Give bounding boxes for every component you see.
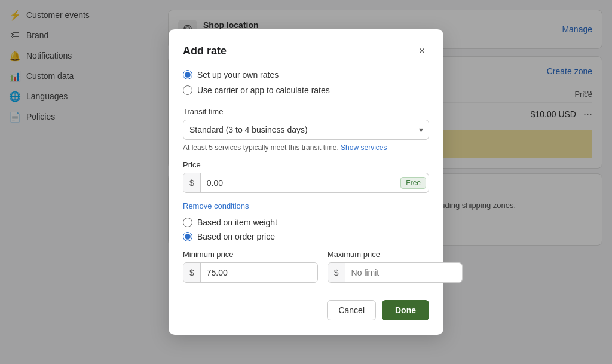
modal-overlay: Add rate × Set up your own rates Use car… <box>0 0 612 364</box>
price-input[interactable] <box>201 173 399 192</box>
modal-title: Add rate <box>183 45 227 57</box>
price-currency-symbol: $ <box>183 173 201 192</box>
radio-own-rates-label: Set up your own rates <box>197 70 279 79</box>
radio-carrier-label: Use carrier or app to calculate rates <box>197 85 330 95</box>
rate-type-radio-group: Set up your own rates Use carrier or app… <box>183 70 429 95</box>
done-button[interactable]: Done <box>382 300 429 320</box>
radio-item-weight[interactable]: Based on item weight <box>183 218 429 227</box>
price-field-label: Price <box>183 160 429 169</box>
max-price-label: Maximum price <box>328 250 463 259</box>
radio-order-price[interactable]: Based on order price <box>183 232 429 241</box>
min-price-label: Minimum price <box>183 250 318 259</box>
radio-order-price-label: Based on order price <box>197 232 275 241</box>
modal-header: Add rate × <box>183 44 429 58</box>
transit-time-select[interactable]: Standard (3 to 4 business days) Economy … <box>183 120 429 140</box>
transit-time-field: Transit time Standard (3 to 4 business d… <box>183 107 429 152</box>
transit-time-label: Transit time <box>183 107 429 116</box>
transit-time-hint: At least 5 services typically meet this … <box>183 143 429 152</box>
transit-time-select-wrapper: Standard (3 to 4 business days) Economy … <box>183 120 429 140</box>
radio-option-own-rates[interactable]: Set up your own rates <box>183 70 429 79</box>
price-field: Price $ Free <box>183 160 429 193</box>
cancel-button[interactable]: Cancel <box>327 300 376 320</box>
max-price-field: Maximum price $ <box>328 250 463 283</box>
max-price-input-wrapper: $ <box>328 262 463 283</box>
free-badge: Free <box>400 177 426 189</box>
add-rate-modal: Add rate × Set up your own rates Use car… <box>169 29 443 335</box>
show-services-link[interactable]: Show services <box>341 143 387 152</box>
page-layout: ⚡ Customer events 🏷 Brand 🔔 Notification… <box>0 0 612 364</box>
radio-own-rates[interactable] <box>183 70 192 79</box>
radio-item-weight-label: Based on item weight <box>197 218 277 227</box>
modal-close-button[interactable]: × <box>415 44 429 58</box>
price-input-wrapper: $ Free <box>183 173 429 193</box>
radio-carrier[interactable] <box>183 85 192 95</box>
min-price-input[interactable] <box>201 263 317 282</box>
min-currency-symbol: $ <box>183 263 201 282</box>
radio-order-price-input[interactable] <box>183 232 192 241</box>
min-price-field: Minimum price $ <box>183 250 318 283</box>
max-currency-symbol: $ <box>328 263 345 282</box>
max-price-input[interactable] <box>345 263 462 282</box>
modal-footer: Cancel Done <box>183 295 429 320</box>
conditions-radio-group: Based on item weight Based on order pric… <box>183 218 429 241</box>
radio-option-carrier[interactable]: Use carrier or app to calculate rates <box>183 85 429 95</box>
radio-item-weight-input[interactable] <box>183 218 192 227</box>
min-max-row: Minimum price $ Maximum price $ <box>183 250 429 283</box>
min-price-input-wrapper: $ <box>183 262 318 283</box>
remove-conditions-button[interactable]: Remove conditions <box>183 201 249 210</box>
